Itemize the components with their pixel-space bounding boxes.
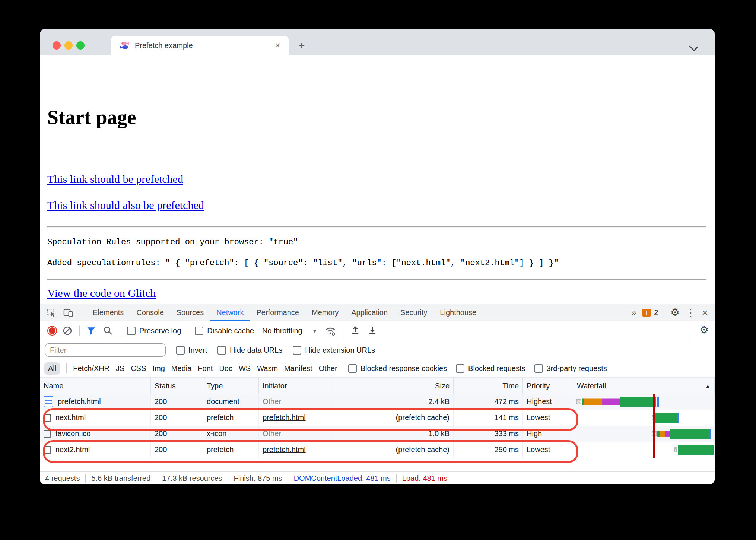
checkbox-box[interactable] [348,364,357,373]
page-heading: Start page [47,106,136,129]
new-tab-button[interactable]: + [298,40,305,51]
3rd-party-requests-checkbox[interactable]: 3rd-party requests [534,364,607,373]
type-filter-doc[interactable]: Doc [219,364,232,373]
devtools-tab-network[interactable]: Network [210,304,250,321]
invert-checkbox[interactable]: Invert [176,346,207,355]
column-header-name[interactable]: Name [40,378,151,394]
file-icon [44,446,51,454]
blocked-response-cookies-label: Blocked response cookies [360,364,447,373]
network-row-next2-html[interactable]: next2.html200prefetchprefetch.html(prefe… [40,442,715,458]
type-filter-css[interactable]: CSS [131,364,146,373]
issues-warning-icon[interactable]: ! [642,309,651,317]
devtools-tab-security[interactable]: Security [394,304,433,321]
devtools-tab-lighthouse[interactable]: Lighthouse [433,304,483,321]
network-row-favicon-ico[interactable]: favicon.ico200x-iconOther1.0 kB333 msHig… [40,426,715,442]
devtools-settings-gear-icon[interactable]: ⚙ [670,308,679,318]
column-header-type[interactable]: Type [203,378,259,394]
filter-input[interactable]: Filter [45,343,166,357]
device-toolbar-icon[interactable] [63,308,73,318]
hide-extension-urls-checkbox[interactable]: Hide extension URLs [293,346,375,355]
tab-search-chevron-icon[interactable] [689,42,698,51]
inspect-element-icon[interactable] [46,308,56,318]
network-toolbar: Preserve log Disable cache No throttling… [40,321,715,341]
devtools-tab-application[interactable]: Application [345,304,394,321]
column-header-initiator[interactable]: Initiator [259,378,333,394]
cell-type: prefetch [203,410,259,426]
prefetch-link-2[interactable]: This link should also be prefetched [47,199,204,212]
type-filter-font[interactable]: Font [198,364,213,373]
record-network-log-button[interactable] [49,327,55,334]
request-type-filters: AllFetch/XHRJSCSSImgMediaFontDocWSWasmMa… [40,360,715,377]
checkbox-box[interactable] [456,364,464,373]
cell-name[interactable]: prefetch.html [40,394,151,410]
type-filter-media[interactable]: Media [171,364,191,373]
cell-name[interactable]: favicon.ico [40,426,151,442]
type-filter-wasm[interactable]: Wasm [257,364,278,373]
initiator-value[interactable]: prefetch.html [263,413,306,422]
devtools-tab-console[interactable]: Console [130,304,170,321]
column-header-status[interactable]: Status [151,378,203,394]
type-filter-other[interactable]: Other [319,364,337,373]
type-filter-img[interactable]: Img [153,364,165,373]
close-window-button[interactable] [53,41,61,50]
cell-size: 2.4 kB [333,394,454,410]
type-value: prefetch [207,413,234,422]
export-har-icon[interactable] [367,325,378,336]
issues-count[interactable]: 2 [654,308,658,317]
separator [156,474,156,483]
type-filter-all[interactable]: All [44,362,60,375]
cell-name[interactable]: next2.html [40,442,151,458]
disable-cache-checkbox[interactable]: Disable cache [195,327,254,335]
checkbox-box[interactable] [176,346,185,355]
import-har-icon[interactable] [350,325,360,336]
hide-data-urls-checkbox[interactable]: Hide data URLs [217,346,282,355]
checkbox-box[interactable] [217,346,226,355]
devtools-tab-memory[interactable]: Memory [305,304,345,321]
initiator-value[interactable]: prefetch.html [263,445,306,454]
filter-funnel-icon[interactable] [86,326,96,336]
blocked-requests-checkbox[interactable]: Blocked requests [456,364,525,373]
cell-status: 200 [151,426,203,442]
devtools-menu-icon[interactable]: ⋮ [686,306,696,319]
waterfall-load-marker-line [653,394,655,458]
devtools-tab-elements[interactable]: Elements [86,304,130,321]
minimize-window-button[interactable] [64,41,73,50]
network-row-prefetch-html[interactable]: prefetch.html200documentOther2.4 kB472 m… [40,394,715,410]
clear-network-log-icon[interactable] [62,325,73,336]
search-icon[interactable] [103,325,113,336]
throttling-dropdown[interactable]: No throttling ▼ [262,327,318,335]
checkbox-box[interactable] [534,364,543,373]
column-header-waterfall[interactable]: Waterfall▲ [573,378,715,394]
type-filter-fetch-xhr[interactable]: Fetch/XHR [73,364,109,373]
type-filter-js[interactable]: JS [116,364,124,373]
type-filter-manifest[interactable]: Manifest [284,364,312,373]
zoom-window-button[interactable] [76,41,85,50]
devtools-tab-sources[interactable]: Sources [170,304,210,321]
blocked-response-cookies-checkbox[interactable]: Blocked response cookies [348,364,447,373]
column-header-size[interactable]: Size [333,378,454,394]
checkbox-box[interactable] [127,327,136,335]
cell-name[interactable]: next.html [40,410,151,426]
devtools-close-icon[interactable]: × [702,308,708,318]
separator [343,326,343,336]
devtools-tab-performance[interactable]: Performance [250,304,306,321]
waterfall-queueing-bar [576,399,581,404]
browser-tab[interactable]: Prefetch example × [111,36,289,55]
sort-ascending-icon[interactable]: ▲ [705,383,711,389]
glitch-code-link[interactable]: View the code on Glitch [47,287,156,299]
prefetch-link-1[interactable]: This link should be prefetched [47,173,183,185]
preserve-log-checkbox[interactable]: Preserve log [127,327,181,335]
checkbox-box[interactable] [195,327,203,335]
waterfall-waiting-bar [655,413,677,423]
network-conditions-wifi-icon[interactable] [324,325,336,337]
checkbox-box[interactable] [293,346,301,355]
column-header-priority[interactable]: Priority [523,378,573,394]
column-header-time[interactable]: Time [454,378,523,394]
status-value: 200 [155,429,167,438]
network-settings-gear-icon[interactable]: ⚙ [700,325,709,335]
tab-close-icon[interactable]: × [275,41,280,50]
type-filter-ws[interactable]: WS [239,364,251,373]
network-row-next-html[interactable]: next.html200prefetchprefetch.html(prefet… [40,410,715,426]
more-tabs-chevron-icon[interactable]: » [631,308,636,318]
waterfall-connecting-bar [584,398,602,405]
